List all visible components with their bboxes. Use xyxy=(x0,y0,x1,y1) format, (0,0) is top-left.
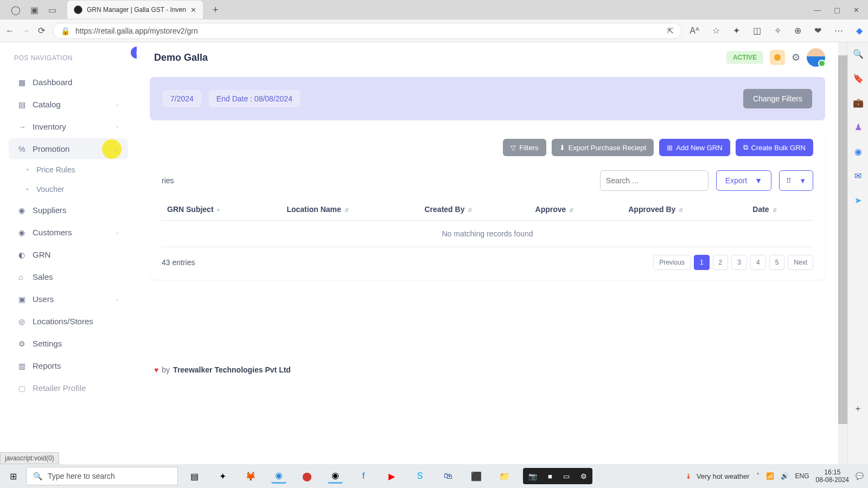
page-1[interactable]: 1 xyxy=(694,255,710,270)
notification-badge[interactable] xyxy=(770,50,785,65)
reload-icon[interactable]: ⟳ xyxy=(38,25,45,36)
sidebar-item-dashboard[interactable]: ▦ Dashboard xyxy=(9,72,128,93)
chevron-right-icon: › xyxy=(116,124,118,130)
filters-button[interactable]: ▽ Filters xyxy=(503,139,546,156)
read-aloud-icon[interactable]: Aᴬ xyxy=(690,25,699,36)
sort-icon: ▾ xyxy=(217,207,220,213)
copilot-taskbar-icon[interactable]: ✦ xyxy=(215,468,230,484)
app-icon[interactable]: ⬛ xyxy=(469,468,484,484)
menu-icon[interactable]: ⋯ xyxy=(834,25,843,36)
column-picker-button[interactable]: ⠿ ▼ xyxy=(779,170,813,191)
favorite-icon[interactable]: ☆ xyxy=(712,25,720,36)
address-bar[interactable]: 🔒 https://retail.galla.app/mystorev2/grn… xyxy=(53,23,682,39)
sidebar-item-users[interactable]: ▣ Users › xyxy=(9,288,128,310)
page-prev[interactable]: Previous xyxy=(653,255,691,270)
sidebar-item-reports[interactable]: ▥ Reports xyxy=(9,355,128,376)
add-tool-icon[interactable]: + xyxy=(856,404,860,414)
sidebar-item-customers[interactable]: ◉ Customers › xyxy=(9,222,128,243)
maximize-icon[interactable]: ▢ xyxy=(834,6,840,14)
firefox-icon[interactable]: 🦊 xyxy=(243,468,258,484)
extension-icon[interactable]: ✦ xyxy=(733,25,740,36)
scrollbar-thumb[interactable] xyxy=(838,55,847,424)
close-tab-icon[interactable]: ✕ xyxy=(190,6,196,14)
favorites-bar-icon[interactable]: ✧ xyxy=(774,25,781,36)
wifi-icon[interactable]: 📶 xyxy=(766,472,774,480)
sidebar-item-catalog[interactable]: ▤ Catalog › xyxy=(9,94,128,115)
col-approve[interactable]: Approve⇵ xyxy=(530,198,623,221)
sidebar-item-promotion[interactable]: % Promotion ⌄ xyxy=(9,138,128,159)
chrome-icon[interactable]: ◉ xyxy=(328,468,343,484)
copilot-icon[interactable]: ◆ xyxy=(856,25,863,36)
page-4[interactable]: 4 xyxy=(750,255,766,270)
edge-icon[interactable]: ◉ xyxy=(271,468,286,484)
weather-widget[interactable]: 🌡 Very hot weather xyxy=(685,472,750,480)
send-icon[interactable]: ➤ xyxy=(854,195,861,206)
tools-icon[interactable]: 💼 xyxy=(853,98,864,108)
add-new-grn-button[interactable]: ⊞ Add New GRN xyxy=(659,139,730,156)
taskbar-search[interactable]: 🔍 Type here to search xyxy=(26,467,178,485)
minimize-icon[interactable]: — xyxy=(814,6,821,14)
task-view-icon[interactable]: ▤ xyxy=(187,468,202,484)
sidebar-item-suppliers[interactable]: ◉ Suppliers xyxy=(9,200,128,221)
games-icon[interactable]: ♟ xyxy=(854,122,862,132)
col-approvedby[interactable]: Approved By⇵ xyxy=(623,198,747,221)
settings-gear-icon[interactable]: ⚙ xyxy=(792,52,800,63)
recorder-icon[interactable]: ⬤ xyxy=(299,468,315,484)
start-button[interactable]: ⊞ xyxy=(0,464,26,488)
sidebar-item-settings[interactable]: ⚙ Settings xyxy=(9,333,128,354)
profile-icon[interactable]: ◯ xyxy=(11,5,21,15)
close-window-icon[interactable]: ✕ xyxy=(853,6,859,14)
sidebar-item-retailer[interactable]: ▢ Retailer Profile xyxy=(9,377,128,399)
sound-icon[interactable]: 🔊 xyxy=(781,472,789,480)
entry-count: 43 entries xyxy=(162,258,195,267)
page-3[interactable]: 3 xyxy=(731,255,747,270)
sidebar-item-grn[interactable]: ◐ GRN xyxy=(9,244,128,265)
skype-icon[interactable]: S xyxy=(412,468,427,484)
dashboard-icon: ▦ xyxy=(18,78,33,87)
shopping-icon[interactable]: ❤ xyxy=(814,25,821,36)
col-date[interactable]: Date⇵ xyxy=(747,198,813,221)
open-external-icon[interactable]: ⇱ xyxy=(667,27,674,35)
browser-tab[interactable]: GRN Manager | Galla GST - Inven ✕ xyxy=(67,1,203,19)
sidebar-item-sales[interactable]: ⌂ Sales xyxy=(9,266,128,287)
clock[interactable]: 16:15 08-08-2024 xyxy=(816,468,849,484)
page-next[interactable]: Next xyxy=(788,255,813,270)
office-icon[interactable]: ◉ xyxy=(854,146,862,157)
game-bar-widget[interactable]: 📷 ■ ▭ ⚙ xyxy=(523,468,592,484)
start-date-chip: 7/2024 xyxy=(163,90,201,107)
sidebar-item-price-rules[interactable]: Price Rules xyxy=(9,160,128,179)
col-location[interactable]: Location Name⇵ xyxy=(281,198,419,221)
youtube-icon[interactable]: ▶ xyxy=(384,468,399,484)
notifications-icon[interactable]: 💬 xyxy=(856,472,864,480)
outlook-icon[interactable]: ✉ xyxy=(854,171,861,181)
avatar[interactable] xyxy=(807,48,825,67)
change-filters-button[interactable]: Change Filters xyxy=(743,89,812,108)
col-createdby[interactable]: Created By⇵ xyxy=(419,198,530,221)
sidebar-item-inventory[interactable]: → Inventory › xyxy=(9,116,128,137)
shopping-icon[interactable]: 🔖 xyxy=(853,73,864,84)
explorer-icon[interactable]: 📁 xyxy=(497,468,512,484)
sidebar-item-locations[interactable]: ◎ Locations/Stores xyxy=(9,311,128,332)
new-tab-button[interactable]: + xyxy=(213,4,219,16)
scrollbar[interactable] xyxy=(838,42,847,488)
language-indicator[interactable]: ENG xyxy=(795,472,809,480)
workspaces-icon[interactable]: ▣ xyxy=(30,5,39,15)
create-bulk-grn-button[interactable]: ⧉ Create Bulk GRN xyxy=(736,139,813,156)
export-button[interactable]: Export ▼ xyxy=(716,170,771,191)
page-2[interactable]: 2 xyxy=(713,255,729,270)
back-icon[interactable]: ← xyxy=(5,26,14,36)
page-5[interactable]: 5 xyxy=(769,255,785,270)
split-screen-icon[interactable]: ◫ xyxy=(753,25,761,36)
facebook-icon[interactable]: f xyxy=(356,468,371,484)
sort-icon: ⇵ xyxy=(679,207,683,213)
sidebar-item-voucher[interactable]: Voucher xyxy=(9,180,128,198)
tab-overview-icon[interactable]: ▭ xyxy=(48,5,56,15)
record-icon: ■ xyxy=(548,472,552,480)
col-subject[interactable]: GRN Subject▾ xyxy=(162,198,281,221)
store-icon[interactable]: 🛍 xyxy=(441,468,456,484)
search-icon[interactable]: 🔍 xyxy=(853,49,864,59)
collections-icon[interactable]: ⊕ xyxy=(794,25,801,36)
export-receipt-button[interactable]: ⬇ Export Purchase Reciept xyxy=(552,139,654,156)
show-hidden-icon[interactable]: ˄ xyxy=(756,472,760,480)
search-input[interactable] xyxy=(600,170,709,191)
